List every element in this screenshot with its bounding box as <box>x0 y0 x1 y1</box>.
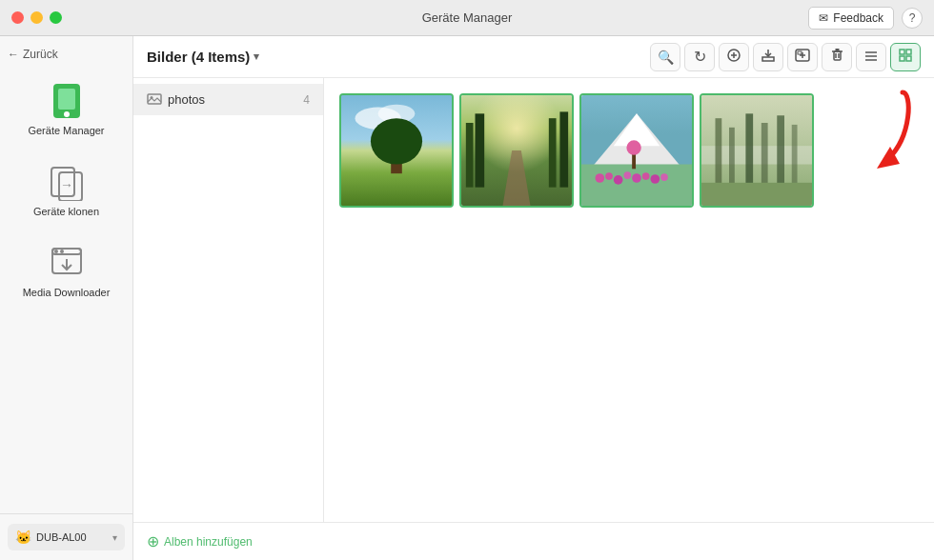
svg-rect-1 <box>58 89 75 110</box>
photos-area <box>324 78 934 522</box>
photo-item[interactable] <box>579 93 694 208</box>
svg-point-54 <box>642 172 650 180</box>
main-layout: ← Zurück Geräte Manager → Gerät <box>0 36 934 560</box>
svg-rect-67 <box>701 183 812 206</box>
device-selector[interactable]: 🐱 DUB-AL00 ▾ <box>8 524 125 550</box>
svg-point-8 <box>54 250 58 253</box>
svg-point-52 <box>623 171 631 179</box>
svg-rect-32 <box>148 94 161 104</box>
device-manager-icon <box>48 82 86 120</box>
svg-point-38 <box>371 118 422 164</box>
export-button[interactable] <box>787 43 818 71</box>
svg-rect-64 <box>761 123 768 188</box>
svg-rect-65 <box>777 115 784 187</box>
toolbar: Bilder (4 Items) ▾ 🔍 ↻ <box>133 36 934 78</box>
sidebar-label-device-manager: Geräte Manager <box>28 125 104 136</box>
toolbar-title-text: Bilder (4 Items) <box>147 49 250 65</box>
device-clone-icon: → <box>48 163 86 201</box>
grid-view-button[interactable] <box>890 43 921 71</box>
svg-point-51 <box>614 175 623 185</box>
svg-rect-19 <box>798 51 802 54</box>
import-icon <box>761 49 775 65</box>
svg-rect-44 <box>559 111 568 187</box>
svg-rect-29 <box>906 50 911 54</box>
svg-rect-43 <box>549 118 557 187</box>
add-button[interactable] <box>719 43 749 71</box>
device-emoji: 🐱 <box>15 530 31 545</box>
sidebar-item-device-manager[interactable]: Geräte Manager <box>8 70 125 148</box>
back-label: Zurück <box>23 48 58 61</box>
feedback-button[interactable]: ✉ Feedback <box>808 7 894 30</box>
svg-rect-41 <box>466 123 474 188</box>
svg-rect-28 <box>900 50 904 54</box>
svg-point-9 <box>60 250 64 253</box>
svg-point-58 <box>626 140 640 154</box>
photo-item[interactable] <box>700 93 814 208</box>
app-title: Geräte Manager <box>422 10 513 25</box>
titlebar: Geräte Manager ✉ Feedback ? <box>0 0 934 36</box>
content-area: Bilder (4 Items) ▾ 🔍 ↻ <box>133 36 934 560</box>
minimize-button[interactable] <box>30 11 43 24</box>
dropdown-arrow-icon: ▾ <box>254 50 259 63</box>
chevron-down-icon: ▾ <box>112 532 117 543</box>
list-view-button[interactable] <box>856 43 886 71</box>
svg-rect-14 <box>762 57 774 61</box>
delete-button[interactable] <box>822 43 852 71</box>
svg-rect-62 <box>729 128 735 188</box>
bottom-bar: ⊕ Alben hinzufügen <box>133 522 934 560</box>
sidebar-bottom: 🐱 DUB-AL00 ▾ <box>0 513 132 560</box>
svg-rect-21 <box>834 51 841 60</box>
svg-rect-66 <box>792 125 798 188</box>
file-count: 4 <box>303 93 310 107</box>
file-layout: photos 4 <box>133 78 934 522</box>
svg-rect-61 <box>716 118 722 187</box>
help-button[interactable]: ? <box>902 8 923 29</box>
add-album-icon: ⊕ <box>147 532 159 550</box>
refresh-button[interactable]: ↻ <box>684 43 715 71</box>
svg-rect-63 <box>745 113 753 187</box>
add-icon <box>727 49 741 65</box>
svg-rect-31 <box>906 56 911 61</box>
toolbar-title[interactable]: Bilder (4 Items) ▾ <box>147 49 644 65</box>
device-name: DUB-AL00 <box>36 531 108 543</box>
import-button[interactable] <box>753 43 783 71</box>
list-view-icon <box>864 50 878 65</box>
svg-point-2 <box>64 111 70 117</box>
window-controls <box>11 11 62 24</box>
feedback-icon: ✉ <box>819 11 828 25</box>
back-button[interactable]: ← Zurück <box>0 48 132 69</box>
svg-rect-42 <box>476 113 485 187</box>
photo-item[interactable] <box>339 93 454 208</box>
svg-rect-48 <box>581 165 692 207</box>
add-album-label: Alben hinzufügen <box>164 535 253 549</box>
svg-point-50 <box>605 172 613 180</box>
svg-point-53 <box>632 173 641 183</box>
svg-point-55 <box>651 174 660 184</box>
svg-text:→: → <box>60 177 73 192</box>
feedback-label: Feedback <box>833 11 883 25</box>
sidebar-item-device-clone[interactable]: → Geräte klonen <box>8 151 125 229</box>
back-arrow-icon: ← <box>8 48 19 61</box>
svg-rect-30 <box>900 56 904 61</box>
sidebar-item-media-downloader[interactable]: Media Downloader <box>8 232 125 310</box>
file-icon <box>147 91 162 108</box>
toolbar-actions: 🔍 ↻ <box>650 43 921 71</box>
file-name: photos <box>168 92 303 107</box>
photo-item[interactable] <box>459 93 574 208</box>
search-icon: 🔍 <box>658 50 674 65</box>
add-album-button[interactable]: ⊕ Alben hinzufügen <box>147 532 253 550</box>
export-icon <box>795 48 810 66</box>
svg-point-56 <box>660 173 668 181</box>
delete-icon <box>831 49 843 65</box>
grid-view-icon <box>899 49 912 65</box>
close-button[interactable] <box>11 11 24 24</box>
search-button[interactable]: 🔍 <box>650 43 680 71</box>
sidebar-label-media-downloader: Media Downloader <box>23 287 111 298</box>
svg-point-49 <box>596 173 605 183</box>
file-list: photos 4 <box>133 78 324 522</box>
maximize-button[interactable] <box>50 11 62 24</box>
sidebar-label-device-clone: Geräte klonen <box>33 206 99 217</box>
sidebar: ← Zurück Geräte Manager → Gerät <box>0 36 133 560</box>
list-item[interactable]: photos 4 <box>133 84 323 115</box>
titlebar-right: ✉ Feedback ? <box>808 7 923 30</box>
